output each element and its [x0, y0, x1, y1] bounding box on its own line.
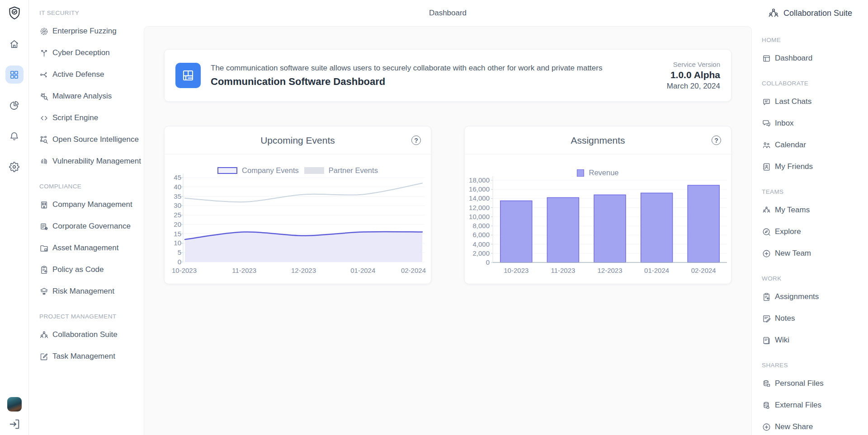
sidebar-right-item-my-friends[interactable]: My Friends: [762, 156, 864, 178]
nav-item-label: Script Engine: [52, 113, 98, 122]
service-version-value: 1.0.0 Alpha: [667, 70, 720, 80]
sidebar-left-item-policy-as-code[interactable]: Policy as Code: [39, 259, 140, 281]
sidebar-right-item-new-team[interactable]: New Team: [762, 243, 864, 264]
sidebar-right-item-last-chats[interactable]: Last Chats: [762, 91, 864, 112]
sidebar-left-item-collaboration-suite[interactable]: Collaboration Suite: [39, 324, 140, 346]
sidebar-right-section-teams: TEAMSMy TeamsExploreNew Team: [762, 187, 864, 264]
flow-split-icon: [39, 70, 49, 80]
rail-gear-icon[interactable]: [5, 158, 24, 176]
svg-text:12,000: 12,000: [469, 204, 490, 211]
sidebar-left-item-asset-management[interactable]: Asset Management: [39, 237, 140, 259]
sidebar-left-item-malware-analysis[interactable]: Malware Analysis: [39, 85, 140, 107]
sidebar-right-item-assignments[interactable]: Assignments: [762, 286, 864, 308]
note-pencil-icon: [762, 314, 771, 323]
right-sidebar: Collaboration Suite HOMEDashboardCOLLABO…: [752, 0, 868, 435]
sidebar-right-item-external-files[interactable]: External Files: [762, 394, 864, 416]
nav-item-label: My Friends: [775, 162, 813, 171]
chart-header: Assignments?: [465, 126, 731, 154]
left-sidebar: IT SECURITYEnterprise FuzzingCyber Decep…: [29, 0, 144, 435]
legend-partner-events[interactable]: Partner Events: [304, 166, 378, 175]
sidebar-right-item-calendar[interactable]: Calendar: [762, 134, 864, 156]
plus-circle-icon: [762, 249, 771, 258]
svg-text:01-2024: 01-2024: [644, 267, 669, 274]
svg-text:5: 5: [178, 248, 181, 256]
sidebar-right-item-personal-files[interactable]: Personal Files: [762, 373, 864, 394]
main-area: Dashboard The communication software sui…: [144, 0, 752, 435]
sidebar-left-item-open-source-intelligence[interactable]: Open Source Intelligence: [39, 129, 140, 150]
square-pencil-icon: [39, 352, 49, 361]
sidebar-right-item-dashboard[interactable]: Dashboard: [762, 47, 864, 69]
legend-company-events[interactable]: Company Events: [217, 166, 299, 175]
sidebar-left-item-vulnerability-management[interactable]: Vulnerability Management: [39, 150, 140, 172]
sidebar-right-item-new-share[interactable]: New Share: [762, 416, 864, 435]
svg-text:02-2024: 02-2024: [691, 267, 716, 274]
sidebar-right-item-wiki[interactable]: Wiki: [762, 329, 864, 351]
svg-text:10,000: 10,000: [469, 213, 490, 220]
question-circle-icon[interactable]: ?: [411, 136, 421, 145]
rail-bell-icon[interactable]: [5, 127, 24, 145]
section-header-teams: TEAMS: [762, 187, 864, 196]
service-version-label: Service Version: [667, 61, 720, 68]
sidebar-left-item-risk-management[interactable]: Risk Management: [39, 281, 140, 302]
network-magnifier-icon: [39, 135, 49, 145]
header-card-text: The communication software suite allows …: [211, 64, 602, 88]
people-group-icon: [39, 330, 49, 340]
section-header-project-management: PROJECT MANAGEMENT: [39, 312, 140, 321]
chat-bubble-icon: [762, 97, 771, 107]
rail-home-icon[interactable]: [5, 35, 24, 53]
question-circle-icon[interactable]: ?: [712, 136, 721, 145]
nav-item-label: Policy as Code: [52, 265, 104, 274]
logout-icon[interactable]: [8, 418, 21, 430]
dashboard-layout-icon: [175, 63, 201, 88]
nav-item-label: Assignments: [775, 292, 819, 301]
sidebar-left-item-script-engine[interactable]: Script Engine: [39, 107, 140, 129]
sidebar-left-item-corporate-governance[interactable]: Corporate Governance: [39, 215, 140, 237]
sidebar-right-item-my-teams[interactable]: My Teams: [762, 199, 864, 221]
user-avatar[interactable]: [7, 397, 22, 412]
nav-item-label: Active Defense: [52, 70, 104, 79]
svg-text:4,000: 4,000: [472, 240, 490, 248]
sidebar-left-item-cyber-deception[interactable]: Cyber Deception: [39, 42, 140, 64]
section-header-work: WORK: [762, 274, 864, 283]
sidebar-right-section-work: WORKAssignmentsNotesWiki: [762, 274, 864, 351]
team-icon: [762, 206, 771, 215]
sidebar-right-section-home: HOMEDashboard: [762, 36, 864, 69]
svg-text:15: 15: [174, 230, 181, 238]
database-icon: [762, 401, 771, 410]
sidebar-right-item-inbox[interactable]: Inbox: [762, 112, 864, 134]
rail-pie-chart-icon[interactable]: [5, 96, 24, 114]
sidebar-left-item-enterprise-fuzzing[interactable]: Enterprise Fuzzing: [39, 20, 140, 42]
section-header-compliance: COMPLIANCE: [39, 182, 140, 191]
sidebar-right-section-collaborate: COLLABORATELast ChatsInboxCalendarMy Fri…: [762, 79, 864, 178]
svg-text:18,000: 18,000: [469, 176, 490, 184]
section-header-shares: SHARES: [762, 361, 864, 370]
nav-item-label: Inbox: [775, 119, 794, 128]
sidebar-left-item-task-management[interactable]: Task Management: [39, 346, 140, 367]
sidebar-left-item-company-management[interactable]: Company Management: [39, 194, 140, 215]
database-box-icon: [762, 379, 771, 388]
chart-body: 02,0004,0006,0008,00010,00012,00014,0001…: [465, 154, 731, 284]
nav-item-label: Vulnerability Management: [52, 157, 141, 166]
assignments-card: Assignments?02,0004,0006,0008,00010,0001…: [464, 126, 731, 284]
svg-text:11-2023: 11-2023: [551, 267, 575, 274]
code-icon: [39, 113, 49, 123]
nav-item-label: Asset Management: [52, 243, 118, 253]
upcoming-events-card: Upcoming Events?05101520253035404510-202…: [164, 126, 431, 284]
nav-item-label: My Teams: [775, 206, 810, 215]
legend-revenue[interactable]: Revenue: [577, 168, 618, 177]
section-header-collaborate: COLLABORATE: [762, 79, 864, 88]
app-root: IT SECURITYEnterprise FuzzingCyber Decep…: [0, 0, 868, 435]
sidebar-right-item-notes[interactable]: Notes: [762, 308, 864, 329]
sidebar-right-item-explore[interactable]: Explore: [762, 221, 864, 243]
sidebar-left-item-active-defense[interactable]: Active Defense: [39, 64, 140, 85]
content-panel: The communication software suite allows …: [144, 26, 752, 435]
svg-text:20: 20: [174, 220, 181, 228]
legend-label: Company Events: [242, 166, 299, 175]
document-lines-icon: [762, 336, 771, 345]
app-title-heading: Communication Software Dashboard: [211, 76, 602, 88]
svg-text:02-2024: 02-2024: [401, 267, 426, 274]
rail-grid-dashboard-icon[interactable]: [5, 65, 24, 84]
bug-magnifier-icon: [39, 92, 49, 101]
chart-title: Upcoming Events: [260, 135, 335, 146]
right-sidebar-title: Collaboration Suite: [783, 9, 852, 18]
